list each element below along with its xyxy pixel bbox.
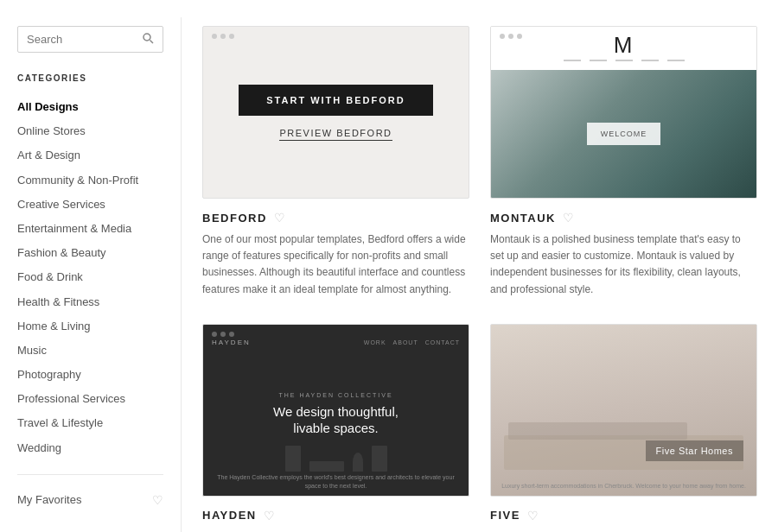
hayden-logo: HAYDEN xyxy=(212,339,251,346)
sidebar-item-food[interactable]: Food & Drink xyxy=(17,265,163,289)
preview-dot xyxy=(212,332,217,337)
montauk-welcome-text: WELCOME xyxy=(601,130,647,138)
template-card-bedford: START WITH BEDFORD PREVIEW BEDFORD BEDFO… xyxy=(202,26,469,298)
preview-dot xyxy=(508,34,513,39)
favorites-heart-icon[interactable]: ♡ xyxy=(152,493,163,507)
hayden-template-name: HAYDEN xyxy=(202,509,257,522)
bedford-start-button[interactable]: START WITH BEDFORD xyxy=(239,85,432,116)
bedford-description: One of our most popular templates, Bedfo… xyxy=(202,231,469,298)
sidebar-item-online-stores[interactable]: Online Stores xyxy=(17,119,163,143)
preview-dots xyxy=(500,34,522,39)
hayden-nav: Work About Contact xyxy=(364,339,460,345)
my-favorites-row[interactable]: My Favorites ♡ xyxy=(17,489,163,511)
hayden-preview: HAYDEN Work About Contact THE HAYDEN COL… xyxy=(202,324,469,497)
five-hero-overlay: Five Star Homes xyxy=(646,440,743,461)
five-preview: FIVE Rooms Amenities Book Five S xyxy=(490,324,757,497)
five-cushion xyxy=(508,422,687,440)
svg-point-0 xyxy=(143,34,150,41)
bedford-heart-icon[interactable]: ♡ xyxy=(274,211,285,225)
bedford-name-row: BEDFORD ♡ xyxy=(202,211,469,225)
bedford-preview: START WITH BEDFORD PREVIEW BEDFORD xyxy=(202,26,469,199)
my-favorites-label: My Favorites xyxy=(17,493,81,506)
sidebar-item-home[interactable]: Home & Living xyxy=(17,314,163,339)
preview-dots xyxy=(212,34,234,39)
sidebar-item-music[interactable]: Music xyxy=(17,339,163,363)
sidebar-item-travel[interactable]: Travel & Lifestyle xyxy=(17,411,163,435)
templates-grid: START WITH BEDFORD PREVIEW BEDFORD BEDFO… xyxy=(202,26,757,529)
search-input[interactable] xyxy=(27,33,142,46)
preview-dot xyxy=(517,34,522,39)
hayden-name-row: HAYDEN ♡ xyxy=(202,509,469,522)
montauk-nav-dot xyxy=(615,60,633,61)
sidebar-item-creative[interactable]: Creative Services xyxy=(17,193,163,217)
hayden-silhouette xyxy=(285,446,387,472)
bedford-preview-link[interactable]: PREVIEW BEDFORD xyxy=(279,128,392,141)
five-heart-icon[interactable]: ♡ xyxy=(527,509,539,522)
montauk-description: Montauk is a polished business template … xyxy=(490,231,757,298)
hayden-obj xyxy=(285,446,301,472)
hayden-top-bar: HAYDEN Work About Contact xyxy=(212,339,460,346)
sidebar-item-fashion[interactable]: Fashion & Beauty xyxy=(17,241,163,265)
sidebar-item-professional[interactable]: Professional Services xyxy=(17,387,163,411)
montauk-name-row: MONTAUK ♡ xyxy=(490,211,757,225)
hayden-headline: We design thoughtful, livable spaces. xyxy=(258,403,414,437)
preview-dot xyxy=(212,34,217,39)
montauk-preview: M WELCOME xyxy=(490,26,757,199)
main-content: START WITH BEDFORD PREVIEW BEDFORD BEDFO… xyxy=(182,17,778,532)
preview-dots xyxy=(212,332,234,337)
montauk-nav-dot xyxy=(667,60,685,61)
montauk-nav-dot xyxy=(590,60,607,61)
hayden-nav-item: Work xyxy=(364,339,386,345)
montauk-template-name: MONTAUK xyxy=(490,212,556,225)
template-card-five: FIVE Rooms Amenities Book Five S xyxy=(490,324,757,529)
sidebar-item-entertainment[interactable]: Entertainment & Media xyxy=(17,217,163,241)
preview-dot xyxy=(220,34,226,39)
montauk-heart-icon[interactable]: ♡ xyxy=(563,211,574,225)
categories-heading: CATEGORIES xyxy=(17,73,163,83)
five-bg xyxy=(491,325,756,496)
montauk-nav-dots xyxy=(564,60,685,61)
preview-dot xyxy=(220,332,226,337)
search-icon xyxy=(142,32,154,47)
sidebar-item-photography[interactable]: Photography xyxy=(17,363,163,387)
montauk-top-bar: M xyxy=(491,27,756,70)
sidebar-item-community[interactable]: Community & Non-Profit xyxy=(17,168,163,193)
sidebar-divider xyxy=(17,474,163,475)
hayden-obj xyxy=(353,453,363,472)
template-card-hayden: HAYDEN Work About Contact THE HAYDEN COL… xyxy=(202,324,469,529)
montauk-hero: WELCOME xyxy=(491,70,756,198)
hayden-heart-icon[interactable]: ♡ xyxy=(264,509,275,522)
bedford-template-name: BEDFORD xyxy=(202,212,267,225)
hayden-nav-item: Contact xyxy=(425,339,460,345)
five-template-name: FIVE xyxy=(490,509,520,522)
montauk-nav-dot xyxy=(641,60,659,61)
preview-dot xyxy=(500,34,505,39)
sidebar-item-health[interactable]: Health & Fitness xyxy=(17,290,163,314)
preview-dot xyxy=(229,34,234,39)
template-card-montauk: M WELCOME xyxy=(490,26,757,298)
montauk-nav-dot xyxy=(564,60,581,61)
preview-dot xyxy=(229,332,234,337)
hayden-obj xyxy=(372,446,387,472)
sidebar: CATEGORIES All Designs Online Stores Art… xyxy=(0,17,182,532)
sidebar-item-art-design[interactable]: Art & Design xyxy=(17,143,163,168)
svg-line-1 xyxy=(150,41,154,44)
search-box[interactable] xyxy=(17,26,163,53)
sidebar-item-all-designs[interactable]: All Designs xyxy=(17,95,163,119)
five-caption: Luxury short-term accommodations in Cher… xyxy=(491,482,756,491)
hayden-nav-item: About xyxy=(393,339,418,345)
montauk-welcome-box: WELCOME xyxy=(587,123,661,145)
five-hero-title: Five Star Homes xyxy=(656,446,733,456)
hayden-subtitle: THE HAYDEN COLLECTIVE xyxy=(278,392,392,398)
montauk-brand-letter: M xyxy=(614,34,635,56)
hayden-obj xyxy=(309,461,344,472)
five-name-row: FIVE ♡ xyxy=(490,509,757,522)
hayden-caption: The Hayden Collective employs the world'… xyxy=(203,473,469,491)
categories-nav: All Designs Online Stores Art & Design C… xyxy=(17,95,163,460)
sidebar-item-wedding[interactable]: Wedding xyxy=(17,436,163,460)
